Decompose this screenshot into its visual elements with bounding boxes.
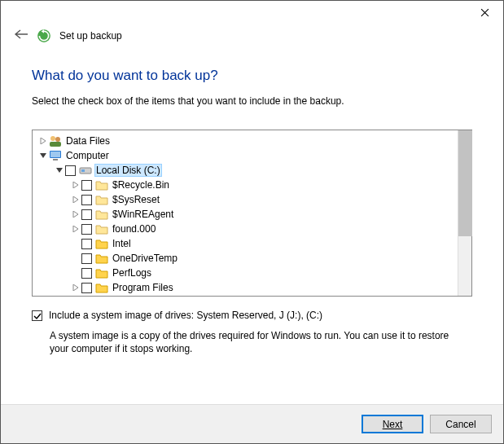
checkbox[interactable] (81, 268, 92, 279)
folder-icon (95, 266, 108, 279)
node-label: $Recycle.Bin (111, 179, 171, 191)
tree-node-data-files[interactable]: Data Files (33, 134, 458, 148)
check-icon (33, 312, 42, 320)
expander-icon[interactable] (70, 182, 81, 188)
checkbox[interactable] (81, 239, 92, 249)
expander-icon[interactable] (37, 138, 49, 144)
next-button-label: Next (383, 419, 403, 430)
tree-node-folder[interactable]: PerfLogs (33, 266, 458, 280)
wizard-title: Set up backup (59, 30, 122, 42)
folder-icon (95, 193, 108, 206)
tree-node-folder[interactable]: $Recycle.Bin (33, 178, 458, 192)
svg-rect-3 (50, 142, 61, 147)
svg-rect-8 (81, 169, 85, 172)
tree-node-folder[interactable]: Program Files (33, 280, 458, 295)
backup-icon (37, 29, 51, 43)
system-image-option[interactable]: Include a system image of drives: System… (32, 310, 472, 321)
expander-icon[interactable] (70, 226, 81, 232)
close-button[interactable] (466, 1, 503, 24)
wizard-header: Set up backup (1, 25, 503, 53)
svg-point-2 (55, 137, 60, 142)
node-label: OneDriveTemp (111, 253, 179, 264)
next-button[interactable]: Next (362, 415, 423, 433)
folder-icon (95, 208, 108, 221)
wizard-footer: Next Cancel (1, 404, 503, 443)
system-image-label: Include a system image of drives: System… (49, 310, 322, 321)
back-arrow-icon[interactable] (14, 29, 28, 43)
computer-icon (49, 149, 62, 162)
node-label: Program Files (111, 282, 175, 293)
titlebar (1, 1, 503, 25)
expander-icon[interactable] (70, 284, 81, 291)
expander-icon[interactable] (70, 211, 81, 218)
node-label: Local Disk (C:) (94, 164, 162, 177)
checkbox-checked[interactable] (32, 310, 42, 321)
expander-icon[interactable] (37, 152, 49, 159)
checkbox[interactable] (81, 180, 92, 191)
scrollbar-thumb[interactable] (458, 130, 472, 236)
tree-node-folder[interactable]: $SysReset (33, 192, 458, 207)
node-label: Data Files (64, 135, 112, 147)
users-icon (49, 134, 62, 147)
page-instructions: Select the check box of the items that y… (32, 95, 472, 107)
svg-rect-5 (50, 152, 60, 157)
node-label: PerfLogs (111, 267, 153, 279)
close-icon (480, 8, 489, 17)
checkbox[interactable] (81, 283, 92, 293)
cancel-button[interactable]: Cancel (430, 415, 492, 433)
checkbox[interactable] (81, 195, 92, 205)
tree-node-local-disk[interactable]: Local Disk (C:) (33, 163, 458, 178)
expander-icon[interactable] (70, 196, 81, 203)
folder-icon (95, 178, 108, 191)
backup-tree[interactable]: Data Files Computer Local Disk (C:) (33, 130, 458, 296)
backup-wizard-window: Set up backup What do you want to back u… (0, 0, 504, 444)
tree-node-computer[interactable]: Computer (33, 148, 458, 163)
tree-node-folder[interactable]: OneDriveTemp (33, 251, 458, 266)
folder-icon (95, 281, 108, 294)
checkbox[interactable] (81, 253, 92, 264)
folder-icon (95, 237, 108, 250)
scrollbar[interactable] (458, 130, 471, 296)
checkbox[interactable] (65, 165, 76, 176)
folder-icon (95, 252, 108, 265)
node-label: $SysReset (111, 194, 161, 205)
folder-icon (95, 222, 108, 235)
tree-container: Data Files Computer Local Disk (C:) (32, 130, 472, 297)
content-area: What do you want to back up? Select the … (1, 53, 503, 404)
tree-node-folder[interactable]: found.000 (33, 222, 458, 236)
expander-icon[interactable] (54, 167, 65, 174)
checkbox[interactable] (81, 209, 92, 220)
tree-node-folder[interactable]: Intel (33, 236, 458, 251)
svg-point-1 (50, 136, 55, 141)
page-heading: What do you want to back up? (32, 68, 472, 84)
tree-node-folder[interactable]: $WinREAgent (33, 207, 458, 222)
node-label: Computer (64, 150, 111, 161)
checkbox[interactable] (81, 224, 92, 235)
svg-rect-6 (53, 159, 58, 160)
system-image-description: A system image is a copy of the drives r… (50, 329, 465, 355)
node-label: Intel (111, 238, 133, 249)
node-label: found.000 (111, 223, 157, 235)
cancel-button-label: Cancel (445, 419, 476, 430)
drive-icon (79, 164, 92, 177)
node-label: $WinREAgent (111, 209, 175, 220)
